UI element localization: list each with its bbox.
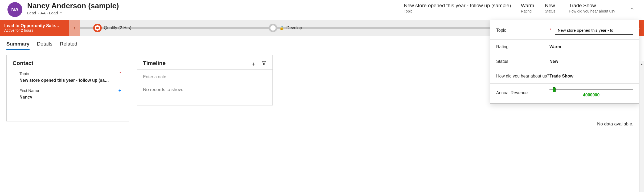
metric-label: Status [545, 9, 559, 13]
process-name: Lead to Opportunity Sale… [4, 23, 65, 28]
field-firstname[interactable]: First Name + Nancy [19, 88, 121, 100]
metric-value: Trade Show [569, 3, 615, 9]
field-topic[interactable]: Topic * New store opened this year - fol… [19, 71, 121, 83]
flyout-row-rating[interactable]: Rating Warm [490, 40, 639, 54]
flyout-label: Status [496, 59, 549, 64]
metric-rating[interactable]: Warm Rating [516, 2, 540, 14]
flyout-row-topic: Topic * [490, 21, 639, 40]
flyout-value[interactable]: Warm [549, 44, 633, 49]
header-metrics: New store opened this year - follow up (… [404, 2, 639, 14]
stage-text: Develop [286, 26, 302, 30]
record-subtitle[interactable]: Lead · AA - Lead ﹀ [27, 11, 160, 15]
timeline-panel: Timeline ＋ Enter a note… No records to s… [137, 55, 273, 105]
flyout-row-status[interactable]: Status New [490, 54, 639, 69]
flyout-label: Topic [496, 28, 549, 33]
avatar: NA [7, 2, 22, 17]
field-label: Topic [19, 71, 29, 76]
lock-icon: 🔒 [279, 26, 284, 30]
flyout-label: How did you hear about us? [496, 74, 549, 79]
record-header: NA Nancy Anderson (sample) Lead · AA - L… [0, 0, 644, 19]
record-name: Nancy Anderson (sample) [27, 2, 160, 10]
timeline-empty: No records to show. [143, 87, 267, 92]
form-name: AA - Lead [40, 11, 58, 15]
metric-status[interactable]: New Status [540, 2, 564, 14]
stage-dot-active [93, 24, 102, 32]
required-indicator: * [549, 28, 551, 33]
metric-label: Rating [521, 9, 535, 13]
revenue-slider[interactable]: 4000000 [549, 88, 633, 97]
metric-label: Topic [404, 9, 511, 13]
contact-heading: Contact [13, 60, 123, 66]
field-label: First Name [19, 88, 39, 93]
subtitle-sep: · [38, 11, 39, 15]
title-block: Nancy Anderson (sample) Lead · AA - Lead… [27, 2, 160, 15]
flyout-label: Annual Revenue [496, 91, 549, 95]
chevron-down-icon[interactable]: ﹀ [59, 11, 63, 15]
tab-related[interactable]: Related [60, 41, 78, 50]
slider-value: 4000000 [583, 93, 600, 97]
header-edit-flyout: Topic * Rating Warm Status New How did y… [490, 20, 639, 104]
stage-develop[interactable]: 🔒 Develop [269, 24, 444, 32]
flyout-label: Rating [496, 44, 549, 49]
metric-label: How did you hear about us? [569, 9, 615, 13]
required-indicator: * [120, 71, 121, 76]
field-value[interactable]: New store opened this year - follow up (… [19, 78, 121, 83]
process-duration: Active for 2 hours [4, 28, 65, 32]
stage-label: 🔒 Develop [279, 26, 302, 30]
metric-topic[interactable]: New store opened this year - follow up (… [404, 2, 516, 14]
metric-value: Warm [521, 3, 535, 9]
process-title[interactable]: Lead to Opportunity Sale… Active for 2 h… [0, 20, 69, 36]
stage-label: Qualify (2 Hrs) [104, 26, 131, 30]
divider [137, 70, 272, 70]
contact-panel: Contact Topic * New store opened this ye… [6, 55, 129, 121]
vertical-scrollbar[interactable]: ▴ [639, 61, 644, 121]
recommended-indicator: + [118, 89, 121, 92]
collapse-header-icon[interactable]: ︿ [628, 3, 636, 13]
timeline-heading: Timeline [143, 60, 246, 66]
slider-thumb[interactable] [553, 87, 556, 92]
note-input[interactable]: Enter a note… [137, 73, 272, 83]
scroll-up-icon[interactable]: ▴ [639, 61, 644, 66]
tab-summary[interactable]: Summary [6, 41, 30, 50]
flyout-row-revenue[interactable]: Annual Revenue 4000000 [490, 84, 639, 102]
stage-qualify[interactable]: Qualify (2 Hrs) [93, 24, 269, 32]
flyout-row-source[interactable]: How did you hear about us? Trade Show [490, 69, 639, 84]
flyout-value[interactable]: Trade Show [549, 74, 633, 79]
process-prev-button[interactable]: ‹ [69, 20, 80, 36]
add-icon[interactable]: ＋ [251, 60, 256, 68]
metric-source[interactable]: Trade Show How did you hear about us? [564, 2, 620, 14]
metric-value: New [545, 3, 559, 9]
filter-icon[interactable] [261, 60, 267, 67]
slider-rail [549, 89, 633, 90]
flyout-value[interactable]: New [549, 59, 633, 64]
metric-value: New store opened this year - follow up (… [404, 3, 511, 9]
stage-dot [269, 24, 277, 32]
entity-name: Lead [27, 11, 36, 15]
field-value[interactable]: Nancy [19, 95, 121, 100]
tab-details[interactable]: Details [37, 41, 52, 50]
topic-input[interactable] [555, 26, 633, 35]
